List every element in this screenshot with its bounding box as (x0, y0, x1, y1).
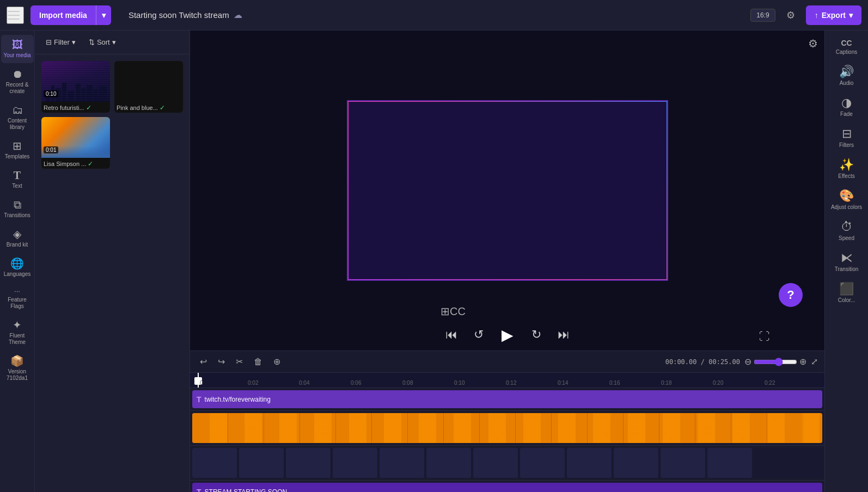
templates-icon: ⊞ (13, 140, 22, 151)
fullscreen-button[interactable]: ⛶ (759, 330, 770, 343)
delete-button[interactable]: 🗑 (250, 355, 266, 369)
copy-button[interactable]: ⊕ (270, 354, 284, 369)
sidebar-item-your-media[interactable]: 🖼 Your media (1, 35, 34, 63)
undo-button[interactable]: ↩ (197, 354, 210, 369)
transitions-icon: ⧉ (14, 199, 21, 210)
sidebar-item-content-library[interactable]: 🗂 Content library (1, 100, 34, 135)
svg-rect-18 (601, 192, 614, 236)
import-media-button[interactable]: Import media ▾ (30, 5, 111, 25)
preview-settings-button[interactable]: ⚙ (808, 37, 818, 50)
record-create-label: Record & create (3, 82, 32, 95)
media-item-lisa[interactable]: 0:01 Lisa Simpson ... ✓ (41, 117, 110, 169)
sort-arrow: ▾ (112, 38, 116, 46)
sort-button[interactable]: ⇅ Sort ▾ (84, 36, 120, 48)
color-icon: ⬛ (839, 283, 854, 295)
image-segment-4 (333, 448, 377, 478)
track-stream-label: STREAM STARTING SOON (205, 488, 288, 493)
stream-title-text: STREAM STARTING SOON (436, 202, 579, 244)
sidebar-item-feature-flags[interactable]: ··· Feature Flags (1, 283, 34, 314)
sidebar-item-fluent-theme[interactable]: ✦ Fluent Theme (1, 315, 34, 350)
track-stream-text[interactable]: T STREAM STARTING SOON (192, 483, 822, 492)
ruler-labels-row: 0 0:02 0:04 0:06 0:08 0:10 0:12 0:14 0:1… (190, 373, 824, 385)
svg-rect-5 (76, 84, 81, 102)
media-item-retro[interactable]: 0:10 Retro futuristi... ✓ (41, 61, 110, 113)
image-segment-2 (239, 448, 284, 478)
fast-forward-button[interactable]: ↻ (527, 325, 546, 345)
svg-rect-13 (390, 192, 404, 236)
content-library-icon: 🗂 (12, 104, 23, 115)
captions-label: Captions (836, 49, 857, 55)
right-panel-captions[interactable]: CC Captions (827, 35, 866, 59)
zoom-out-button[interactable]: ⊖ (744, 356, 751, 367)
right-panel-audio[interactable]: 🔊 Audio (827, 61, 866, 90)
right-panel-effects[interactable]: ✨ Effects (827, 155, 866, 183)
image-segment-12 (707, 448, 752, 478)
right-panel: CC Captions 🔊 Audio ◑ Fade ⊟ Filters ✨ E… (824, 30, 868, 492)
transitions-label: Transitions (4, 212, 30, 219)
your-media-icon: 🖼 (12, 39, 23, 50)
sidebar-item-text[interactable]: T Text (1, 165, 34, 194)
media-item-pink-blue[interactable]: Pink and blue... ✓ (114, 61, 183, 113)
sidebar-item-transitions[interactable]: ⧉ Transitions (1, 195, 34, 223)
image-segment-11 (661, 448, 705, 478)
import-media-dropdown-arrow[interactable]: ▾ (96, 5, 111, 25)
menu-button[interactable] (7, 7, 24, 24)
skip-to-start-button[interactable]: ⏮ (442, 325, 461, 345)
export-button[interactable]: ↑ Export ▾ (806, 5, 861, 25)
track-video-main[interactable] (192, 413, 822, 443)
track-twitch-text[interactable]: T twitch.tv/foreverwaiting (192, 390, 822, 408)
play-button[interactable]: ▶ (496, 323, 519, 346)
image-segment-5 (380, 448, 424, 478)
project-title-area: Starting soon Twitch stream ☁ (129, 10, 242, 20)
adjust-colors-label: Adjust colors (831, 204, 862, 210)
color-label: Color... (838, 297, 855, 303)
filters-label: Filters (839, 142, 854, 148)
version-icon: 📦 (10, 355, 24, 366)
zoom-slider[interactable] (754, 358, 797, 366)
svg-rect-9 (99, 86, 107, 102)
closed-captions-button[interactable]: ⊞CC (441, 305, 466, 318)
help-button[interactable]: ? (779, 283, 803, 307)
content-library-label: Content library (3, 118, 32, 131)
filter-button[interactable]: ⊟ Filter ▾ (41, 36, 80, 48)
lisa-label: Lisa Simpson ... ✓ (41, 158, 110, 169)
expand-timeline-button[interactable]: ⤢ (811, 356, 818, 367)
settings-icon[interactable]: ⚙ (782, 7, 799, 24)
image-segment-10 (614, 448, 658, 478)
right-panel-filters[interactable]: ⊟ Filters (827, 124, 866, 152)
right-panel-fade[interactable]: ◑ Fade (827, 93, 866, 121)
playback-controls: ⏮ ↺ ▶ ↻ ⏭ (442, 323, 573, 346)
playhead-line (198, 373, 199, 388)
sidebar-item-templates[interactable]: ⊞ Templates (1, 136, 34, 164)
right-panel-color[interactable]: ⬛ Color... (827, 279, 866, 308)
stream-line2: STARTING SOON (436, 224, 579, 244)
svg-rect-12 (372, 203, 391, 236)
redo-button[interactable]: ↪ (215, 354, 228, 369)
image-segment-1 (192, 448, 237, 478)
zoom-in-button[interactable]: ⊕ (799, 356, 806, 367)
fluent-theme-label: Fluent Theme (3, 333, 32, 346)
skip-to-end-button[interactable]: ⏭ (554, 325, 573, 345)
inner-video-frame (419, 121, 544, 211)
sidebar-item-version[interactable]: 📦 Version 7102da1 (1, 351, 34, 386)
rewind-button[interactable]: ↺ (469, 325, 488, 345)
export-dropdown-arrow: ▾ (849, 11, 853, 20)
aspect-ratio-badge: 16:9 (750, 9, 775, 22)
fluent-theme-icon: ✦ (13, 319, 22, 330)
sidebar-item-record-create[interactable]: ⏺ Record & create (1, 64, 34, 99)
svg-rect-20 (633, 195, 644, 236)
track-images[interactable] (192, 448, 822, 478)
sidebar-item-languages[interactable]: 🌐 Languages (1, 254, 34, 282)
image-segment-3 (286, 448, 331, 478)
templates-label: Templates (5, 153, 30, 160)
sidebar-item-brand-kit[interactable]: ◈ Brand kit (1, 224, 34, 253)
fade-icon: ◑ (841, 97, 852, 109)
transition-label: Transition (835, 266, 859, 272)
track-row-images (190, 446, 824, 481)
text-icon: T (14, 170, 21, 181)
cut-button[interactable]: ✂ (233, 354, 246, 369)
right-panel-adjust-colors[interactable]: 🎨 Adjust colors (827, 186, 866, 214)
right-panel-transition[interactable]: ⧔ Transition (827, 248, 866, 276)
svg-rect-17 (586, 198, 602, 236)
right-panel-speed[interactable]: ⏱ Speed (827, 217, 866, 245)
